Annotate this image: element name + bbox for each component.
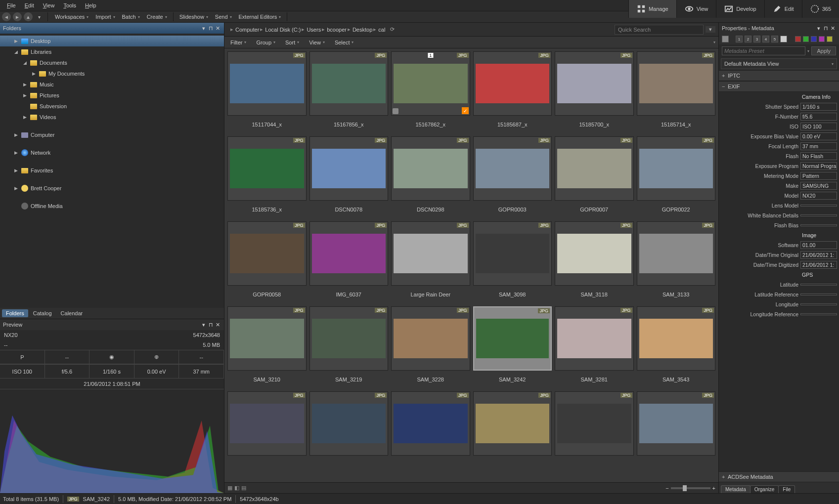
menu-tools[interactable]: Tools <box>59 1 80 9</box>
filter-group[interactable]: Group ▾ <box>253 39 278 46</box>
properties-tab-file[interactable]: File <box>778 485 795 493</box>
thumbnail[interactable]: JPG <box>227 391 307 473</box>
mode-365[interactable]: 365 <box>802 0 839 18</box>
rating-3[interactable]: 3 <box>753 36 760 42</box>
panel-close-icon[interactable]: ✕ <box>829 25 836 32</box>
view-mode-icon[interactable]: ▤ <box>241 485 246 491</box>
exif-value[interactable] <box>800 303 837 305</box>
exif-value[interactable] <box>800 294 837 295</box>
thumbnail[interactable]: JPGGOPR0003 <box>473 136 552 218</box>
thumbnail[interactable]: JPG <box>391 391 470 473</box>
tree-item-pictures[interactable]: ▶Pictures <box>0 90 224 101</box>
refresh-icon[interactable]: ⟳ <box>387 26 397 33</box>
properties-tab-organize[interactable]: Organize <box>750 485 779 493</box>
exif-value[interactable]: 1/160 s <box>800 103 837 111</box>
thumbnail[interactable]: JPGSAM_3228 <box>391 306 470 388</box>
thumbnail[interactable]: JPGSAM_3098 <box>473 221 552 303</box>
preset-dropdown-icon[interactable]: ▾ <box>807 49 809 53</box>
color-red[interactable] <box>795 36 801 42</box>
tree-item-computer[interactable]: ▶Computer <box>0 129 224 140</box>
color-yellow[interactable] <box>827 36 833 42</box>
exif-value[interactable]: 37 mm <box>800 142 837 150</box>
color-green[interactable] <box>803 36 809 42</box>
exif-value[interactable]: No Flash <box>800 152 837 160</box>
filter-select[interactable]: Select ▾ <box>332 39 357 46</box>
thumbnail[interactable]: JPG15185687_x <box>473 51 552 133</box>
zoom-out-icon[interactable]: − <box>665 485 668 491</box>
color-purple[interactable] <box>819 36 825 42</box>
toolbar-create[interactable]: Create ▾ <box>144 12 170 21</box>
menu-help[interactable]: Help <box>81 1 100 9</box>
panel-pin-icon[interactable]: ⊓ <box>207 322 214 328</box>
rating-2[interactable]: 2 <box>745 36 751 42</box>
menu-edit[interactable]: Edit <box>21 1 38 9</box>
panel-close-icon[interactable]: ✕ <box>214 322 221 328</box>
thumbnail[interactable]: JPGDSCN0298 <box>391 136 470 218</box>
thumbnail[interactable]: JPGDSCN0078 <box>309 136 389 218</box>
thumbnail[interactable]: JPGGOPR0022 <box>637 136 716 218</box>
nav-back-icon[interactable]: ◄ <box>2 12 11 21</box>
breadcrumb-segment[interactable]: ▸ Local Disk (C:) <box>259 26 301 33</box>
tree-item-desktop[interactable]: ▶Desktop <box>0 36 224 46</box>
zoom-in-icon[interactable]: + <box>712 485 715 491</box>
mode-view[interactable]: View <box>676 0 716 18</box>
breadcrumb-segment[interactable]: ▸ Desktop <box>347 26 372 33</box>
tree-item-network[interactable]: ▶Network <box>0 147 224 158</box>
toolbar-workspaces[interactable]: Workspaces ▾ <box>52 12 91 21</box>
panel-menu-icon[interactable]: ▾ <box>200 322 207 328</box>
tree-item-my-documents[interactable]: ▶My Documents <box>0 68 224 79</box>
zoom-slider[interactable] <box>671 487 710 489</box>
thumbnail[interactable]: JPG15117044_x <box>227 51 307 133</box>
rating-1[interactable]: 1 <box>736 36 743 42</box>
exif-value[interactable]: Pattern <box>800 172 837 180</box>
panel-pin-icon[interactable]: ⊓ <box>822 25 829 32</box>
tree-item-favorites[interactable]: ▶Favorites <box>0 165 224 176</box>
toolbar-external-editors[interactable]: External Editors ▾ <box>236 12 284 21</box>
exif-value[interactable]: f/5.6 <box>800 113 837 121</box>
exif-value[interactable] <box>800 205 837 207</box>
section-exif[interactable]: −EXIF <box>719 81 839 92</box>
thumbnail[interactable]: JPG15185700_x <box>555 51 634 133</box>
exif-value[interactable]: SAMSUNG <box>800 182 837 190</box>
left-tab-folders[interactable]: Folders <box>2 309 28 317</box>
thumbnail[interactable]: JPGIMG_6037 <box>309 221 389 303</box>
mode-develop[interactable]: Develop <box>716 0 764 18</box>
exif-value[interactable] <box>800 313 837 315</box>
nav-fwd-icon[interactable]: ► <box>13 12 22 21</box>
thumbnail[interactable]: JPGSAM_3210 <box>227 306 307 388</box>
thumbnail[interactable]: JPG <box>637 391 716 473</box>
panel-menu-icon[interactable]: ▾ <box>200 25 207 32</box>
mode-manage[interactable]: Manage <box>628 0 676 18</box>
exif-value[interactable] <box>800 284 837 286</box>
exif-value[interactable]: 0.00 eV <box>800 132 837 140</box>
breadcrumb-segment[interactable]: ▸ Users <box>301 26 321 33</box>
apply-button[interactable]: Apply <box>811 46 836 55</box>
color-blue[interactable] <box>811 36 817 42</box>
thumbnail[interactable]: JPGSAM_3543 <box>637 306 716 388</box>
exif-value[interactable] <box>800 224 837 226</box>
search-menu-icon[interactable]: ▾ <box>706 26 715 33</box>
quick-search-input[interactable]: Quick Search <box>615 25 704 35</box>
tree-item-music[interactable]: ▶Music <box>0 79 224 90</box>
tree-item-offline-media[interactable]: Offline Media <box>0 201 224 211</box>
metadata-view-select[interactable]: Default Metadata View ▾ <box>721 58 837 69</box>
panel-menu-icon[interactable]: ▾ <box>815 25 822 32</box>
thumbnail[interactable]: JPGGOPR0007 <box>555 136 634 218</box>
left-tab-catalog[interactable]: Catalog <box>29 309 56 317</box>
view-mode-icon[interactable]: ▦ <box>227 485 232 491</box>
metadata-preset-input[interactable] <box>722 46 805 55</box>
breadcrumb-segment[interactable]: ▸ Computer <box>229 26 259 33</box>
rating-clear[interactable] <box>780 36 787 42</box>
filter-filter[interactable]: Filter ▾ <box>227 39 249 46</box>
thumbnail[interactable]: JPGSAM_3118 <box>555 221 634 303</box>
breadcrumb-segment[interactable]: ▸ bcooper <box>321 26 347 33</box>
thumbnail[interactable]: JPGSAM_3242 <box>473 306 552 388</box>
thumbnail[interactable]: JPG15185736_x <box>227 136 307 218</box>
tree-item-videos[interactable]: ▶Videos <box>0 112 224 123</box>
tree-item-documents[interactable]: ◢Documents <box>0 57 224 68</box>
panel-close-icon[interactable]: ✕ <box>214 25 221 32</box>
rating-5[interactable]: 5 <box>771 36 778 42</box>
left-tab-calendar[interactable]: Calendar <box>57 309 87 317</box>
thumbnail[interactable]: JPG15185714_x <box>637 51 716 133</box>
breadcrumb-segment[interactable]: ▸ cal <box>372 26 385 33</box>
